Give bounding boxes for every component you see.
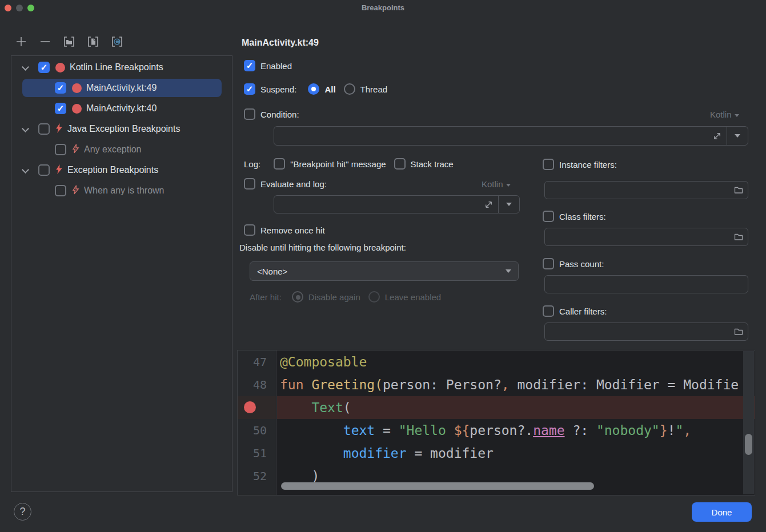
disable-until-combobox[interactable]: <None> [250, 261, 519, 281]
pass-count-label: Pass count: [559, 259, 604, 269]
group-by-class-button[interactable] [110, 34, 125, 49]
folder-icon[interactable] [729, 182, 748, 199]
evaluate-language-value: Kotlin [482, 179, 503, 189]
log-message-label: "Breakpoint hit" message [290, 159, 386, 169]
add-breakpoint-button[interactable] [14, 34, 29, 49]
expand-editor-icon[interactable] [479, 196, 498, 213]
chevron-down-icon[interactable] [21, 63, 29, 71]
tree-item-label: Java Exception Breakpoints [67, 124, 180, 134]
suspend-label: Suspend: [260, 84, 296, 94]
enabled-row: Enabled [244, 60, 292, 71]
evaluate-language-selector[interactable]: Kotlin [482, 179, 511, 189]
log-row: Log: "Breakpoint hit" message Stack trac… [244, 158, 454, 170]
instance-filters-checkbox[interactable] [543, 159, 554, 170]
condition-row: Condition: [244, 108, 299, 120]
chevron-down-icon [735, 114, 739, 117]
after-hit-disable-radio[interactable] [292, 291, 303, 303]
tree-item-exception-breakpoints[interactable]: Exception Breakpoints [11, 160, 232, 180]
code-token: , [502, 377, 510, 392]
dropdown-arrow-icon [506, 269, 511, 273]
condition-language-value: Kotlin [710, 110, 732, 119]
enabled-checkbox[interactable] [244, 60, 255, 71]
group-by-package-button[interactable] [62, 34, 77, 49]
code-line-50: 50 text = "Hello ${person?.name ?: "nobo… [238, 419, 755, 442]
tree-item-when-any-is-thrown[interactable]: When any is thrown [11, 180, 232, 201]
tree-checkbox[interactable] [38, 62, 50, 73]
evaluate-history-dropdown[interactable] [499, 196, 519, 213]
tree-checkbox[interactable] [38, 123, 50, 135]
tree-item-any-exception[interactable]: Any exception [11, 139, 232, 160]
log-stack-trace-checkbox[interactable] [394, 158, 406, 170]
class-filters-checkbox[interactable] [543, 211, 554, 222]
tree-checkbox[interactable] [38, 164, 50, 176]
code-line-49-breakpoint-line: Text( [238, 396, 755, 419]
code-token [280, 400, 311, 415]
code-token: @Composable [280, 354, 367, 369]
folder-icon[interactable] [729, 228, 748, 245]
exception-bolt-outline-icon [72, 144, 79, 155]
tree-item-mainactivity-40[interactable]: MainActivity.kt:40 [11, 98, 232, 119]
code-preview-editor: 47 @Composable 48 fun Greeting(person: P… [237, 350, 755, 495]
line-number: 50 [238, 419, 276, 442]
remove-breakpoint-button[interactable] [38, 34, 53, 49]
disable-until-value: <None> [257, 267, 506, 276]
class-filters-input[interactable] [545, 228, 729, 245]
evaluate-label: Evaluate and log: [260, 179, 327, 189]
done-button[interactable]: Done [692, 502, 752, 522]
tree-checkbox[interactable] [55, 144, 66, 155]
tree-item-kotlin-line-breakpoints[interactable]: Kotlin Line Breakpoints [11, 57, 232, 78]
class-brackets-icon [110, 35, 124, 49]
instance-filters-row: Instance filters: [543, 159, 617, 170]
caller-filters-input[interactable] [545, 323, 729, 340]
titlebar: Breakpoints [0, 0, 766, 15]
breakpoint-dot-icon[interactable] [244, 401, 256, 413]
code-token: ${ [454, 423, 470, 438]
chevron-down-icon[interactable] [21, 125, 29, 133]
horizontal-scrollbar-thumb[interactable] [281, 482, 594, 490]
minus-icon [39, 35, 51, 48]
pass-count-checkbox[interactable] [543, 258, 554, 269]
vertical-scrollbar-thumb[interactable] [745, 434, 752, 455]
evaluate-checkbox[interactable] [244, 178, 255, 190]
help-button[interactable]: ? [14, 503, 31, 521]
caller-filters-checkbox[interactable] [543, 305, 554, 317]
after-hit-disable-label: Disable again [308, 292, 360, 302]
after-hit-leave-radio[interactable] [368, 291, 380, 303]
condition-history-dropdown[interactable] [727, 127, 748, 145]
condition-checkbox[interactable] [244, 108, 255, 120]
suspend-all-radio[interactable] [308, 83, 319, 95]
evaluate-input[interactable] [274, 196, 479, 213]
class-filters-row: Class filters: [543, 211, 606, 222]
folder-icon[interactable] [729, 323, 748, 340]
tree-checkbox[interactable] [55, 82, 66, 94]
condition-input[interactable] [274, 127, 707, 145]
line-number: 51 [238, 442, 276, 465]
breakpoints-toolbar [14, 34, 125, 49]
pass-count-input[interactable] [545, 276, 748, 293]
breakpoint-title: MainActivity.kt:49 [242, 38, 319, 48]
code-token: = [375, 423, 399, 438]
expand-editor-icon[interactable] [707, 127, 727, 145]
tree-item-label: MainActivity.kt:40 [86, 103, 157, 114]
log-message-checkbox[interactable] [274, 158, 285, 170]
code-token [280, 423, 343, 438]
tree-checkbox[interactable] [55, 185, 66, 196]
group-by-file-button[interactable] [86, 34, 101, 49]
code-token: , [683, 423, 691, 438]
remove-once-hit-checkbox[interactable] [244, 224, 255, 236]
vertical-scrollbar-track[interactable] [743, 351, 754, 494]
tree-item-mainactivity-49[interactable]: MainActivity.kt:49 [11, 78, 232, 98]
suspend-checkbox[interactable] [244, 83, 255, 95]
condition-language-selector[interactable]: Kotlin [710, 110, 739, 119]
tree-item-java-exception-breakpoints[interactable]: Java Exception Breakpoints [11, 119, 232, 139]
tree-checkbox[interactable] [55, 103, 66, 114]
tree-item-label: When any is thrown [84, 186, 165, 196]
suspend-thread-radio[interactable] [344, 83, 355, 95]
dropdown-arrow-icon [506, 203, 512, 206]
file-brackets-icon [86, 35, 100, 49]
code-line-51: 51 modifier = modifier [238, 442, 755, 465]
chevron-down-icon[interactable] [21, 166, 29, 174]
exception-bolt-icon [55, 123, 63, 135]
after-hit-row: After hit: Disable again Leave enabled [250, 291, 441, 303]
instance-filters-input[interactable] [545, 182, 729, 199]
